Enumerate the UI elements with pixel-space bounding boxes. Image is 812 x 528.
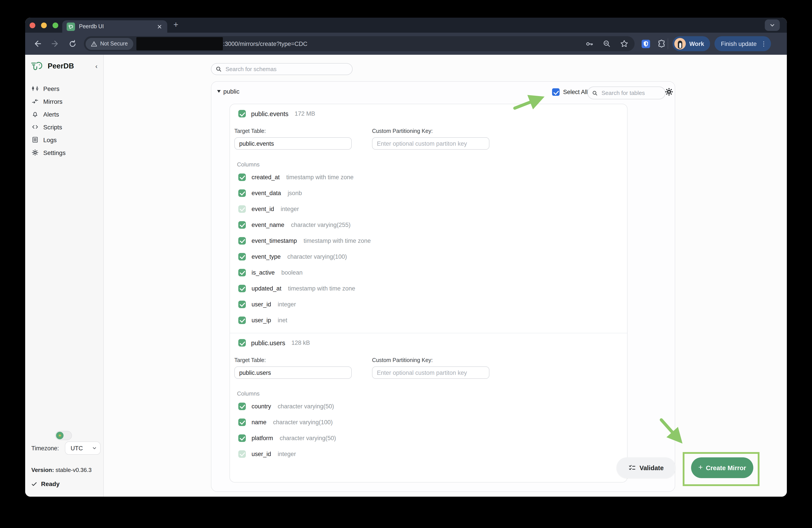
version-value: stable-v0.36.3 <box>56 467 91 473</box>
target-table-label: Target Table: <box>234 128 352 134</box>
sidebar-item-mirrors[interactable]: Mirrors <box>25 95 103 108</box>
column-checkbox[interactable] <box>238 434 246 442</box>
partition-key-input[interactable] <box>372 137 489 149</box>
column-row: is_activeboolean <box>230 265 627 280</box>
sidebar-item-scripts[interactable]: Scripts <box>25 120 103 133</box>
column-checkbox[interactable] <box>238 285 246 292</box>
schema-expander[interactable]: public <box>217 88 240 95</box>
column-checkbox-disabled <box>238 450 246 458</box>
sidebar-nav: Peers Mirrors Alerts Scripts <box>25 82 103 159</box>
browser-toolbar: Not Secure :3000/mirrors/create?type=CDC <box>25 33 787 55</box>
target-table-input[interactable] <box>234 137 352 149</box>
theme-toggle[interactable]: ☀ <box>55 431 72 440</box>
create-mirror-button[interactable]: + Create Mirror <box>691 457 753 478</box>
peerdb-favicon <box>67 22 75 31</box>
checklist-icon <box>628 464 636 471</box>
timezone-select[interactable]: UTC <box>65 441 101 455</box>
security-chip-label: Not Secure <box>100 41 128 47</box>
partition-key-input[interactable] <box>372 367 489 379</box>
tab-title: Peerdb UI <box>79 24 156 30</box>
warning-icon <box>91 41 97 46</box>
new-tab-button[interactable]: + <box>173 20 178 30</box>
sidebar-collapse-icon[interactable]: ‹ <box>95 62 98 70</box>
tab-close-icon[interactable] <box>156 23 163 30</box>
bell-icon <box>32 111 39 117</box>
column-checkbox[interactable] <box>238 173 246 181</box>
column-checkbox[interactable] <box>238 253 246 260</box>
profile-label: Work <box>689 40 704 47</box>
sidebar-item-logs[interactable]: Logs <box>25 133 103 146</box>
fullscreen-window-button[interactable] <box>53 23 58 28</box>
tab-search-chevron-button[interactable] <box>765 19 780 31</box>
column-row: namecharacter varying(100) <box>230 414 627 430</box>
table-checkbox[interactable] <box>238 110 246 117</box>
column-checkbox[interactable] <box>238 189 246 197</box>
columns-header: Columns <box>237 161 627 168</box>
finish-update-button[interactable]: Finish update ⋮ <box>714 36 771 51</box>
column-row: user_idinteger <box>230 296 627 312</box>
table-search-input[interactable] <box>600 89 665 97</box>
column-checkbox[interactable] <box>238 300 246 308</box>
log-document-icon <box>32 137 39 143</box>
select-all-checkbox[interactable] <box>552 88 560 96</box>
table-size: 172 MB <box>294 110 315 117</box>
status-row: Ready <box>31 480 60 487</box>
bookmark-star-icon[interactable] <box>620 40 628 48</box>
gear-icon <box>32 149 39 156</box>
schema-search-input[interactable] <box>224 65 352 73</box>
brand-title: PeerDB <box>48 62 74 70</box>
sidebar-item-settings[interactable]: Settings <box>25 146 103 159</box>
table-checkbox[interactable] <box>238 339 246 346</box>
password-key-icon[interactable] <box>585 40 594 48</box>
column-checkbox[interactable] <box>238 237 246 244</box>
version-text: Version: stable-v0.36.3 <box>31 467 91 473</box>
table-section-users: public.users 128 kB Target Table: Custom… <box>230 333 627 467</box>
search-icon <box>592 90 597 96</box>
shield-extension-icon[interactable] <box>641 39 651 48</box>
target-table-input[interactable] <box>234 367 352 379</box>
browser-window: Peerdb UI + Not Secure :3000/mirror <box>25 18 787 497</box>
schema-search[interactable] <box>211 63 352 75</box>
column-row: user_ipinet <box>230 312 627 328</box>
column-checkbox[interactable] <box>238 418 246 426</box>
column-row: event_idinteger <box>230 201 627 217</box>
address-bar[interactable]: Not Secure :3000/mirrors/create?type=CDC <box>84 36 635 51</box>
column-checkbox[interactable] <box>238 269 246 276</box>
column-checkbox[interactable] <box>238 316 246 324</box>
chevron-down-icon <box>92 446 97 450</box>
tab-strip: Peerdb UI + <box>25 18 787 33</box>
browser-menu-kebab-icon[interactable]: ⋮ <box>760 41 767 47</box>
browser-tab[interactable]: Peerdb UI <box>62 20 167 33</box>
table-search[interactable] <box>588 87 666 99</box>
column-row: event_timestamptimestamp with time zone <box>230 233 627 248</box>
extensions-puzzle-icon[interactable] <box>657 39 666 48</box>
profile-avatar <box>674 38 686 49</box>
column-row: countrycharacter varying(50) <box>230 398 627 414</box>
table-section-events: public.events 172 MB Target Table: Custo… <box>230 104 627 333</box>
forward-icon[interactable] <box>51 39 60 48</box>
sidebar-item-peers[interactable]: Peers <box>25 82 103 95</box>
sidebar-item-alerts[interactable]: Alerts <box>25 108 103 120</box>
partition-key-label: Custom Partitioning Key: <box>372 128 489 134</box>
table-settings-gear-icon[interactable] <box>665 88 673 96</box>
main-content: public Select All <box>104 55 787 497</box>
redacted-host <box>136 37 223 50</box>
profile-chip[interactable]: Work <box>672 36 710 51</box>
column-checkbox[interactable] <box>238 402 246 410</box>
security-chip[interactable]: Not Secure <box>86 38 133 50</box>
url-text: :3000/mirrors/create?type=CDC <box>223 40 307 47</box>
validate-button[interactable]: Validate <box>617 457 676 478</box>
minimize-window-button[interactable] <box>41 23 47 28</box>
plug-icon <box>32 85 39 92</box>
reload-icon[interactable] <box>68 40 77 48</box>
column-row: updated_attimestamp with time zone <box>230 280 627 296</box>
column-row: event_typecharacter varying(100) <box>230 248 627 265</box>
back-icon[interactable] <box>33 39 42 48</box>
select-all-control[interactable]: Select All <box>552 88 588 96</box>
column-row: platformcharacter varying(50) <box>230 430 627 446</box>
theme-toggle-sun-icon: ☀ <box>56 432 63 439</box>
timezone-label: Timezone: <box>31 445 59 452</box>
zoom-out-icon[interactable] <box>603 40 611 48</box>
close-window-button[interactable] <box>30 23 35 28</box>
column-checkbox[interactable] <box>238 221 246 228</box>
